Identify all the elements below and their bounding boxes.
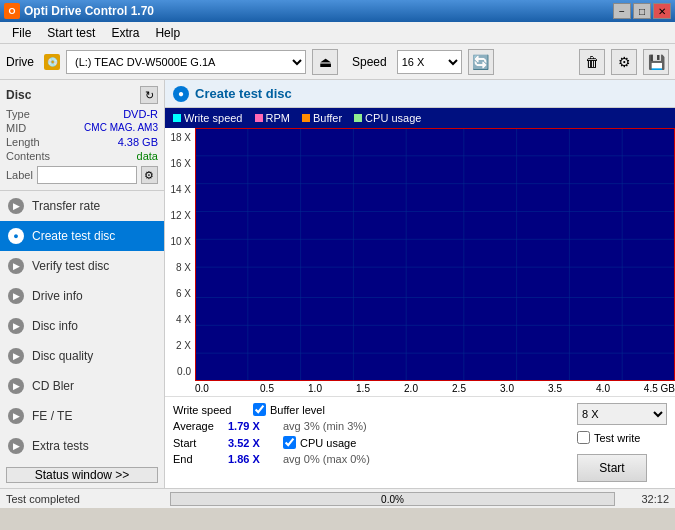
legend-rpm: RPM (255, 112, 290, 124)
end-label: End (173, 453, 228, 465)
x-axis: 0.0 0.5 1.0 1.5 2.0 2.5 3.0 3.5 4.0 4.5 … (165, 381, 675, 396)
chart-wrapper: 18 X 16 X 14 X 12 X 10 X 8 X 6 X 4 X 2 X… (165, 128, 675, 381)
disc-label-button[interactable]: ⚙ (141, 166, 158, 184)
type-value: DVD-R (123, 108, 158, 120)
contents-value: data (137, 150, 158, 162)
cpu-usage-checkbox[interactable] (283, 436, 296, 449)
content-header: ● Create test disc (165, 80, 675, 108)
status-text: Test completed (6, 493, 166, 505)
sidebar: Disc ↻ Type DVD-R MID CMC MAG. AM3 Lengt… (0, 80, 165, 488)
progress-bar-container: 0.0% (170, 492, 615, 506)
create-test-disc-icon: ● (8, 228, 24, 244)
drive-select[interactable]: (L:) TEAC DV-W5000E G.1A (66, 50, 306, 74)
start-button[interactable]: Start (577, 454, 647, 482)
test-write-checkbox[interactable] (577, 431, 590, 444)
burn-speed-select[interactable]: 8 X (577, 403, 667, 425)
cpu-usage-checkbox-label[interactable]: CPU usage (283, 436, 356, 449)
disc-info-icon: ▶ (8, 318, 24, 334)
cd-bler-label: CD Bler (32, 379, 74, 393)
speed-select[interactable]: 16 X (397, 50, 462, 74)
nav-items: ▶ Transfer rate ● Create test disc ▶ Ver… (0, 191, 164, 461)
chart-area (195, 128, 675, 381)
fe-te-icon: ▶ (8, 408, 24, 424)
menu-help[interactable]: Help (147, 24, 188, 42)
mid-value: CMC MAG. AM3 (84, 122, 158, 134)
sidebar-item-disc-quality[interactable]: ▶ Disc quality (0, 341, 164, 371)
disc-refresh-button[interactable]: ↻ (140, 86, 158, 104)
chart-legend: Write speed RPM Buffer CPU usage (165, 108, 675, 128)
extra-tests-label: Extra tests (32, 439, 89, 453)
disc-label-label: Label (6, 169, 33, 181)
save-button[interactable]: 💾 (643, 49, 669, 75)
average-desc: avg 3% (min 3%) (283, 420, 367, 432)
verify-test-disc-icon: ▶ (8, 258, 24, 274)
rpm-dot (255, 114, 263, 122)
drive-info-label: Drive info (32, 289, 83, 303)
sidebar-item-verify-test-disc[interactable]: ▶ Verify test disc (0, 251, 164, 281)
menu-file[interactable]: File (4, 24, 39, 42)
disc-info-label: Disc info (32, 319, 78, 333)
menu-start-test[interactable]: Start test (39, 24, 103, 42)
content-title: Create test disc (195, 86, 292, 101)
sidebar-item-create-test-disc[interactable]: ● Create test disc (0, 221, 164, 251)
buffer-level-checkbox-label[interactable]: Buffer level (253, 403, 325, 416)
titlebar-controls: − □ ✕ (613, 3, 671, 19)
menu-extra[interactable]: Extra (103, 24, 147, 42)
legend-cpu-usage: CPU usage (354, 112, 421, 124)
test-write-label[interactable]: Test write (577, 431, 640, 444)
sidebar-item-fe-te[interactable]: ▶ FE / TE (0, 401, 164, 431)
sidebar-item-drive-info[interactable]: ▶ Drive info (0, 281, 164, 311)
average-label: Average (173, 420, 228, 432)
refresh-button[interactable]: 🔄 (468, 49, 494, 75)
close-button[interactable]: ✕ (653, 3, 671, 19)
start-value: 3.52 X (228, 437, 283, 449)
disc-label-input[interactable] (37, 166, 137, 184)
status-window-button[interactable]: Status window >> (6, 467, 158, 483)
app-icon: O (4, 3, 20, 19)
controls-panel: Write speed Buffer level Average 1.79 X … (165, 396, 675, 488)
cpu-usage-dot (354, 114, 362, 122)
transfer-rate-label: Transfer rate (32, 199, 100, 213)
options-button[interactable]: ⚙ (611, 49, 637, 75)
create-test-disc-label: Create test disc (32, 229, 115, 243)
buffer-level-checkbox[interactable] (253, 403, 266, 416)
drive-info-icon: ▶ (8, 288, 24, 304)
legend-write-speed: Write speed (173, 112, 243, 124)
length-value: 4.38 GB (118, 136, 158, 148)
controls-left: Write speed Buffer level Average 1.79 X … (173, 403, 561, 482)
mid-label: MID (6, 122, 26, 134)
drive-icon: 💿 (44, 54, 60, 70)
chart-svg (195, 128, 675, 381)
minimize-button[interactable]: − (613, 3, 631, 19)
buffer-dot (302, 114, 310, 122)
verify-test-disc-label: Verify test disc (32, 259, 109, 273)
titlebar: O Opti Drive Control 1.70 − □ ✕ (0, 0, 675, 22)
contents-label: Contents (6, 150, 50, 162)
end-desc: avg 0% (max 0%) (283, 453, 370, 465)
content-panel: ● Create test disc Write speed RPM Buffe… (165, 80, 675, 488)
erase-button[interactable]: 🗑 (579, 49, 605, 75)
controls-row: Write speed Buffer level Average 1.79 X … (173, 403, 667, 482)
speed-label: Speed (352, 55, 387, 69)
write-speed-row: Write speed Buffer level (173, 403, 561, 416)
average-row: Average 1.79 X avg 3% (min 3%) (173, 420, 561, 432)
start-row: Start 3.52 X CPU usage (173, 436, 561, 449)
eject-button[interactable]: ⏏ (312, 49, 338, 75)
progress-text: 0.0% (381, 493, 404, 507)
end-row: End 1.86 X avg 0% (max 0%) (173, 453, 561, 465)
write-speed-control-label: Write speed (173, 404, 253, 416)
time-text: 32:12 (619, 493, 669, 505)
drive-label: Drive (6, 55, 34, 69)
sidebar-item-disc-info[interactable]: ▶ Disc info (0, 311, 164, 341)
sidebar-item-extra-tests[interactable]: ▶ Extra tests (0, 431, 164, 461)
controls-right: 8 X Test write Start (577, 403, 667, 482)
disc-title: Disc (6, 88, 31, 102)
length-label: Length (6, 136, 40, 148)
write-speed-dot (173, 114, 181, 122)
content-header-icon: ● (173, 86, 189, 102)
sidebar-item-transfer-rate[interactable]: ▶ Transfer rate (0, 191, 164, 221)
disc-quality-icon: ▶ (8, 348, 24, 364)
sidebar-item-cd-bler[interactable]: ▶ CD Bler (0, 371, 164, 401)
y-axis: 18 X 16 X 14 X 12 X 10 X 8 X 6 X 4 X 2 X… (165, 128, 195, 381)
maximize-button[interactable]: □ (633, 3, 651, 19)
